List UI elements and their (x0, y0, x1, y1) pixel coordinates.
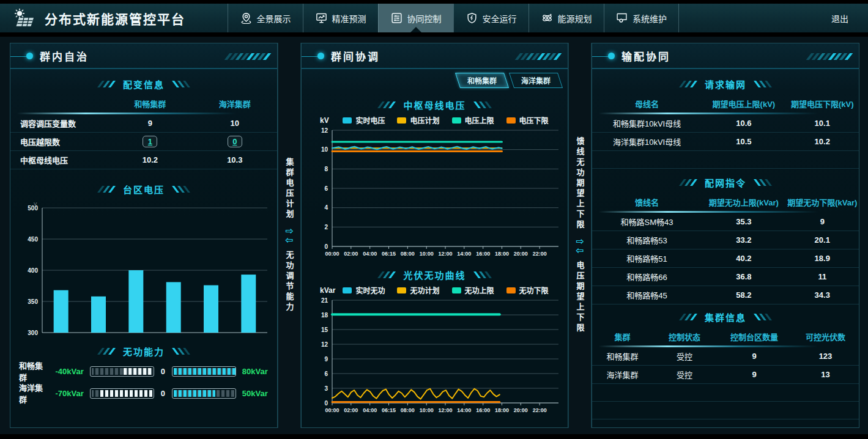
table-row: 和畅路SM畅43 35.3 9 (592, 213, 859, 231)
table-row: 和畅路畅66 36.8 11 (592, 268, 859, 286)
bullet-icon (608, 53, 615, 59)
section-area-voltage: 台区电压 (10, 183, 277, 196)
col-header: 和畅集群 (108, 94, 192, 113)
y-axis-unit: kV (320, 116, 346, 125)
nav-label: 协同控制 (407, 12, 442, 24)
slash-left-icon (100, 81, 113, 87)
section-cluster-info: 集群信息 (592, 311, 859, 323)
legend-item: 电压下限 (506, 115, 549, 125)
slash-right-icon (174, 348, 188, 355)
section-grid-request: 请求输网 (592, 78, 859, 90)
svg-text:6: 6 (324, 185, 328, 192)
slash-right-icon (756, 81, 770, 87)
section-title: 请求输网 (705, 78, 746, 90)
svg-text:500: 500 (28, 205, 38, 212)
slashes-deco-icon (517, 53, 559, 60)
nav-label: 系统维护 (632, 12, 667, 24)
positive-capacity-gauge (172, 388, 236, 399)
svg-text:6: 6 (324, 371, 328, 377)
table-row: 和畅路畅53 33.2 20.1 (592, 231, 859, 249)
section-title: 光伏无功曲线 (403, 268, 466, 281)
svg-text:10: 10 (321, 146, 328, 153)
planning-icon (541, 12, 553, 24)
top-nav: 分布式新能源管控平台 全景展示 (0, 4, 868, 32)
svg-text:15: 15 (321, 326, 328, 333)
nav-item-overview[interactable]: 全景展示 (228, 4, 303, 32)
tab-hechang-cluster[interactable]: 和畅集群 (455, 73, 509, 88)
table-row: 和畅路畅45 58.2 34.3 (592, 286, 859, 304)
slash-right-icon (756, 314, 770, 320)
nav-item-planning[interactable]: 能源规划 (529, 4, 604, 32)
nav-item-safety[interactable]: 安全运行 (453, 4, 529, 32)
svg-text:18:00: 18:00 (495, 251, 509, 257)
nav-item-control[interactable]: 协同控制 (378, 4, 453, 32)
slash-right-icon (174, 186, 188, 193)
bus-chart-legend-row: kV 实时电压 电压计划 电压上限 电压下限 (320, 115, 563, 125)
nav-item-maintenance[interactable]: 系统维护 (604, 4, 679, 32)
svg-text:12: 12 (321, 127, 328, 134)
svg-text:10:00: 10:00 (420, 407, 434, 413)
link-strip-feeder-expectation: 馈线无功期望上下限 ⇨⇦ 电压期望上下限 (568, 43, 592, 428)
bidirectional-arrows-icon: ⇨⇦ (576, 237, 584, 255)
legend-swatch-icon (506, 287, 516, 293)
row-label: 调容调压变量数 (10, 114, 108, 132)
slash-left-icon (380, 101, 393, 108)
reactive-gauge-row: 和畅集群 -40kVar 0 80kVar (10, 361, 277, 381)
svg-text:06:15: 06:15 (382, 407, 396, 413)
dashboard: 分布式新能源管控平台 全景展示 (0, 0, 868, 439)
bus-voltage-line-chart: 02468101200:0002:0004:0006:1508:0010:001… (305, 125, 565, 261)
negative-capacity-gauge (90, 366, 154, 377)
panorama-icon (240, 12, 252, 24)
forecast-icon (316, 12, 327, 24)
svg-text:12:00: 12:00 (438, 251, 452, 257)
cell-value: 10.3 (193, 151, 277, 169)
section-title: 台区电压 (123, 183, 165, 196)
reactive-gauge-row: 海洋集群 -70kVar 0 50kVar (10, 383, 277, 403)
dist-command-header: 馈线名 期望无功上限(kVar) 期望无功下限(kVar) (592, 193, 859, 211)
legend-item: 无功上限 (452, 285, 494, 295)
row-label: 中枢母线电压 (10, 151, 108, 169)
nav-item-forecast[interactable]: 精准预测 (303, 4, 378, 32)
panel-intra-group-autonomy: 群内自治 配变信息 和畅集群 海洋集群 调容调压变量数 9 10 电压越限数 (10, 43, 278, 428)
svg-text:00:00: 00:00 (325, 407, 339, 413)
slashes-deco-icon (809, 53, 850, 60)
svg-text:0: 0 (324, 243, 328, 250)
strip-label-top: 集群电压计划 (284, 158, 295, 220)
slashes-deco-icon (227, 53, 269, 60)
svg-text:10:00: 10:00 (420, 251, 434, 257)
nav-label: 精准预测 (332, 12, 366, 24)
col-header: 海洋集群 (193, 94, 277, 113)
table-row: 和畅路畅51 40.2 18.9 (592, 249, 859, 268)
zero-label: 0 (160, 367, 166, 376)
panel-header: 输配协同 (592, 43, 859, 69)
tab-haiyang-cluster[interactable]: 海洋集群 (509, 73, 563, 88)
slash-right-icon (174, 81, 188, 87)
safety-icon (466, 12, 478, 24)
section-title: 配网指令 (705, 176, 746, 189)
svg-text:18: 18 (321, 312, 328, 319)
app-title: 分布式新能源管控平台 (45, 9, 185, 28)
positive-capacity-gauge (172, 366, 236, 377)
svg-text:21: 21 (321, 297, 328, 304)
svg-text:04:00: 04:00 (363, 251, 377, 257)
cell-value: 9 (108, 114, 192, 132)
cluster-tabs: 和畅集群 海洋集群 (458, 73, 560, 88)
exit-button[interactable]: 退出 (831, 4, 868, 32)
solar-logo-icon (13, 8, 37, 29)
slash-left-icon (100, 348, 113, 355)
legend-swatch-icon (397, 287, 406, 293)
svg-text:8: 8 (324, 166, 328, 172)
bullet-icon (26, 53, 33, 59)
svg-text:14:00: 14:00 (457, 251, 471, 257)
section-title: 无功能力 (123, 345, 165, 358)
svg-text:22:00: 22:00 (533, 407, 547, 413)
empty-row (592, 151, 859, 169)
max-value: 80kVar (242, 367, 269, 376)
slash-left-icon (681, 314, 695, 320)
svg-text:9: 9 (324, 356, 328, 363)
cluster-name: 和畅集群 (19, 360, 48, 383)
section-dist-command: 配网指令 (592, 176, 859, 189)
nav-label: 能源规划 (558, 12, 592, 24)
legend-swatch-icon (506, 117, 516, 124)
legend-swatch-icon (343, 117, 352, 124)
